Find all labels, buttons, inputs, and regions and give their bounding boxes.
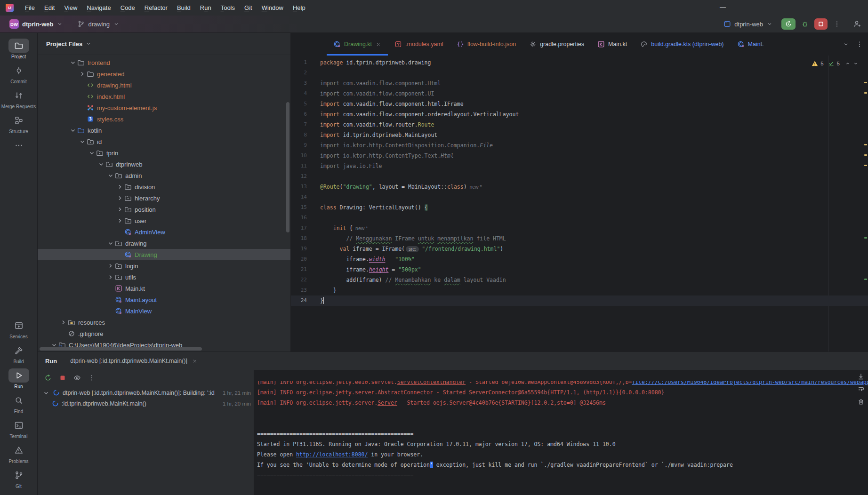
sidebar-item-run[interactable]: Run bbox=[0, 368, 37, 389]
chevron-right-icon[interactable] bbox=[116, 183, 124, 191]
vcs-branch-selector[interactable]: drawing bbox=[74, 19, 122, 29]
project-tree-item[interactable]: generated bbox=[38, 68, 290, 80]
chevron-down-icon[interactable] bbox=[69, 59, 77, 66]
chevron-down-icon[interactable] bbox=[97, 160, 105, 168]
chevron-down-icon[interactable] bbox=[106, 240, 115, 247]
sidebar-item-merge-requests[interactable]: Merge Requests bbox=[0, 88, 37, 109]
project-tree-item[interactable]: id bbox=[38, 136, 290, 147]
sidebar-item-problems[interactable]: Problems bbox=[0, 443, 37, 464]
eye-button[interactable] bbox=[73, 374, 81, 382]
editor-tab[interactable]: build.gradle.kts (dtprin-web) bbox=[634, 33, 730, 56]
scroll-to-end-button[interactable] bbox=[857, 373, 865, 380]
stripe-mark[interactable] bbox=[864, 82, 867, 83]
run-process-row[interactable]: dtprin-web [:id.tprin.dtprinweb.MainKt.m… bbox=[42, 387, 251, 398]
chevron-right-icon[interactable] bbox=[78, 70, 87, 78]
project-tree-item[interactable]: position bbox=[38, 204, 290, 215]
inspections-widget[interactable]: 5 5 bbox=[812, 60, 859, 67]
menu-refactor[interactable]: Refactor bbox=[140, 2, 172, 13]
more-button[interactable] bbox=[88, 374, 96, 382]
stripe-mark[interactable] bbox=[864, 154, 867, 156]
project-tree-item[interactable]: 3styles.css bbox=[38, 113, 290, 125]
project-tree-item[interactable]: index.html bbox=[38, 91, 290, 102]
debug-button[interactable] bbox=[801, 20, 809, 28]
sidebar-item-commit[interactable]: Commit bbox=[0, 64, 37, 84]
chevron-down-icon[interactable] bbox=[106, 172, 115, 179]
sidebar-item-more[interactable] bbox=[0, 138, 37, 152]
project-selector[interactable]: DW dtprin-web bbox=[7, 18, 66, 30]
stripe-mark[interactable] bbox=[864, 144, 867, 145]
soft-wrap-button[interactable] bbox=[857, 385, 865, 393]
sidebar-item-services[interactable]: Services bbox=[0, 319, 37, 339]
project-tree-item[interactable]: MainLayout bbox=[38, 294, 290, 305]
project-tree-item[interactable]: AdminView bbox=[38, 226, 290, 238]
project-tree-item[interactable]: dtprinweb bbox=[38, 159, 290, 170]
chevron-right-icon[interactable] bbox=[106, 273, 115, 281]
menu-run[interactable]: Run bbox=[195, 2, 216, 13]
project-tree-item[interactable]: kotlin bbox=[38, 125, 290, 136]
menu-tools[interactable]: Tools bbox=[216, 2, 240, 13]
editor-tab[interactable]: Drawing.kt bbox=[327, 33, 388, 56]
console-link[interactable]: file:///C:/Users/M19046/IdeaProjects/dtp… bbox=[632, 381, 868, 385]
project-tree-item[interactable]: my-custom-element.js bbox=[38, 102, 290, 113]
menu-git[interactable]: Git bbox=[240, 2, 257, 13]
sidebar-item-git[interactable]: Git bbox=[0, 468, 37, 489]
project-tree-item[interactable]: drawing bbox=[38, 238, 290, 249]
chevron-down-icon[interactable] bbox=[42, 389, 50, 397]
menu-edit[interactable]: Edit bbox=[40, 2, 59, 13]
menu-file[interactable]: File bbox=[20, 2, 40, 13]
run-tab[interactable]: dtprin-web [:id.tprin.dtprinweb.MainKt.m… bbox=[70, 358, 198, 364]
chevron-right-icon[interactable] bbox=[106, 262, 115, 270]
project-tree-item[interactable]: hierarchy bbox=[38, 192, 290, 204]
tree-horizontal-scrollbar[interactable] bbox=[40, 347, 202, 351]
chevron-down-icon[interactable] bbox=[88, 149, 96, 157]
prev-problem-icon[interactable] bbox=[845, 61, 851, 66]
project-tree-item[interactable]: user bbox=[38, 215, 290, 226]
more-actions-button[interactable] bbox=[833, 20, 841, 28]
project-tree-item[interactable]: division bbox=[38, 181, 290, 192]
sidebar-item-find[interactable]: Find bbox=[0, 393, 37, 414]
console-link[interactable]: http://localhost:8080/ bbox=[296, 451, 368, 458]
code-editor[interactable]: 1package id.tprin.dtprinweb.drawing23imp… bbox=[291, 56, 868, 351]
clear-button[interactable] bbox=[857, 398, 865, 406]
editor-tab[interactable]: Main.kt bbox=[591, 33, 634, 56]
sidebar-item-project[interactable]: Project bbox=[0, 39, 37, 59]
editor-tab[interactable]: gradle.properties bbox=[522, 33, 591, 56]
project-tree-item[interactable]: Main.kt bbox=[38, 283, 290, 294]
menu-code[interactable]: Code bbox=[116, 2, 140, 13]
chevron-right-icon[interactable] bbox=[116, 206, 124, 213]
stripe-mark[interactable] bbox=[864, 165, 867, 166]
chevron-down-icon[interactable] bbox=[78, 138, 87, 145]
next-problem-icon[interactable] bbox=[853, 61, 859, 66]
menu-view[interactable]: View bbox=[59, 2, 82, 13]
project-tree-item[interactable]: Drawing bbox=[38, 249, 290, 260]
menu-window[interactable]: Window bbox=[257, 2, 288, 13]
project-tree-item[interactable]: frontend bbox=[38, 57, 290, 68]
stop-button[interactable] bbox=[814, 18, 828, 30]
project-view-header[interactable]: Project Files bbox=[38, 33, 290, 55]
rerun-button[interactable] bbox=[44, 374, 52, 382]
editor-tab[interactable]: flow-build-info.json bbox=[450, 33, 523, 56]
stripe-mark[interactable] bbox=[864, 92, 867, 94]
run-console[interactable]: [main] INFO org.eclipse.jetty.ee10.servl… bbox=[254, 370, 868, 495]
editor-options-icon[interactable] bbox=[856, 40, 863, 48]
chevron-right-icon[interactable] bbox=[116, 194, 124, 202]
editor-tab[interactable]: MainL bbox=[731, 33, 771, 56]
project-tree-item[interactable]: MainView bbox=[38, 305, 290, 317]
project-tree-item[interactable]: login bbox=[38, 260, 290, 271]
stop-button[interactable] bbox=[59, 374, 66, 382]
project-tree-item[interactable]: .gitignore bbox=[38, 328, 290, 339]
sidebar-item-structure[interactable]: Structure bbox=[0, 113, 37, 134]
close-icon[interactable] bbox=[192, 358, 198, 364]
window-minimize-button[interactable]: — bbox=[716, 2, 730, 11]
run-config-selector[interactable]: dtprin-web bbox=[721, 19, 776, 29]
editor-tab[interactable]: .modules.yaml bbox=[388, 33, 450, 56]
project-tree-item[interactable]: drawing.html bbox=[38, 80, 290, 91]
project-tree-item[interactable]: utils bbox=[38, 271, 290, 283]
project-tree-item[interactable]: admin bbox=[38, 170, 290, 181]
tree-vertical-scrollbar[interactable] bbox=[286, 102, 289, 232]
project-tree-item[interactable]: tprin bbox=[38, 147, 290, 159]
menu-build[interactable]: Build bbox=[172, 2, 195, 13]
code-with-me-button[interactable] bbox=[853, 20, 861, 28]
chevron-down-icon[interactable] bbox=[69, 127, 77, 134]
close-icon[interactable] bbox=[375, 41, 381, 48]
